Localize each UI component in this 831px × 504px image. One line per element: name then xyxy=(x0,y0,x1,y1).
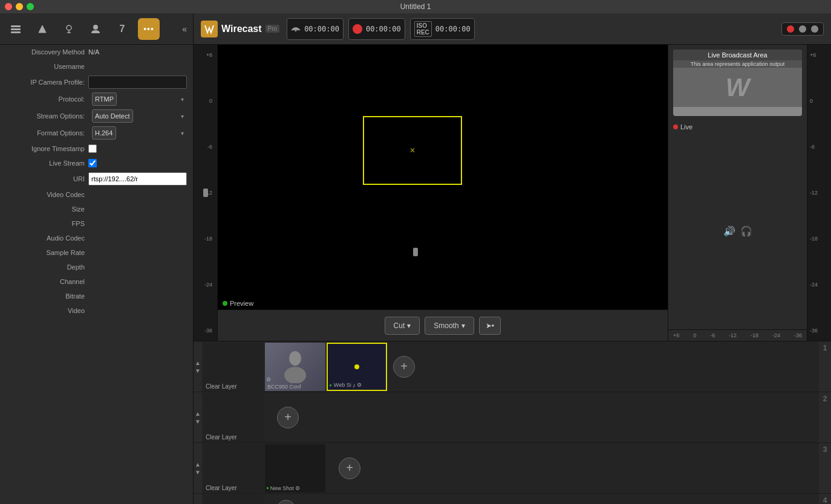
layer-4-arrows[interactable]: ▲ ▼ xyxy=(194,494,202,504)
layer-4-add-button[interactable]: + xyxy=(277,500,295,505)
video-row: Video xyxy=(0,303,193,318)
window-title: Untitled 1 xyxy=(400,2,431,11)
record-time: 00:00:00 xyxy=(366,25,401,33)
vu-meter-left: +6 0 -6 -12 -18 -24 -36 xyxy=(194,45,218,341)
fps-row: FPS xyxy=(0,216,193,231)
status-light-green[interactable] xyxy=(811,25,818,33)
vu-label-minus18: -18 xyxy=(194,236,215,242)
layer-1-web-thumb[interactable]: ● Web Si ♪ ⚙ xyxy=(327,343,387,391)
layer-2-add-button[interactable]: + xyxy=(277,407,299,428)
cut-dropdown-icon: ▾ xyxy=(407,321,411,330)
ip-camera-profile-input[interactable] xyxy=(88,76,187,89)
video-codec-label: Video Codec xyxy=(6,191,85,198)
uri-input[interactable] xyxy=(88,172,187,186)
wirecast-logo-icon xyxy=(201,21,218,37)
layer-1-down-arrow[interactable]: ▼ xyxy=(195,367,201,374)
more-tab[interactable]: ••• xyxy=(138,18,160,40)
layer-3-newshot-settings[interactable]: ⚙ xyxy=(295,485,300,491)
layer-3-up-arrow[interactable]: ▲ xyxy=(195,461,201,468)
uri-row: URI xyxy=(0,170,193,187)
layer-3-add-button[interactable]: + xyxy=(339,457,360,479)
layer-2-number: 2 xyxy=(819,392,831,442)
mixer-tab[interactable] xyxy=(31,18,53,40)
right-vu-scale: +6 0 -6 -12 -18 -24 -36 xyxy=(673,332,802,338)
layer-2-arrows[interactable]: ▲ ▼ xyxy=(194,392,202,442)
vu-meter-right: +6 0 -6 -12 -18 -24 -36 xyxy=(807,45,831,341)
cut-button[interactable]: Cut ▾ xyxy=(385,317,420,335)
layer-3-arrows[interactable]: ▲ ▼ xyxy=(194,443,202,493)
stream-options-row: Stream Options: Auto Detect xyxy=(0,108,193,124)
collapse-panel-button[interactable]: « xyxy=(181,23,188,35)
live-status-label: Live xyxy=(680,123,692,131)
layer-1-arrows[interactable]: ▲ ▼ xyxy=(194,341,202,392)
record-button[interactable] xyxy=(353,24,362,34)
layer-4-up-arrow[interactable]: ▲ xyxy=(195,502,201,505)
status-light-red[interactable] xyxy=(787,25,794,33)
layer-3-newshot-controls: ● New Shot ⚙ xyxy=(266,485,300,491)
layer-1-person-thumb[interactable]: ⚙ BCC950 Conf xyxy=(265,343,325,391)
depth-label: Depth xyxy=(6,263,85,271)
live-stream-checkbox[interactable] xyxy=(88,159,97,167)
format-options-select[interactable]: H.264 xyxy=(92,126,116,140)
layer-3-thumbs: Clear Layer ● New Shot ⚙ + xyxy=(202,443,819,493)
titles-tab[interactable]: 7 xyxy=(111,18,133,40)
protocol-select-wrapper: RTMP xyxy=(88,92,187,106)
audio-tab[interactable] xyxy=(58,18,80,40)
vu-right-minus36: -36 xyxy=(807,328,831,334)
bitrate-row: Bitrate xyxy=(0,289,193,303)
stream-options-select[interactable]: Auto Detect xyxy=(92,109,133,123)
vu-slider-right[interactable] xyxy=(413,248,418,256)
vu-right-plus6: +6 xyxy=(807,52,831,58)
live-audio-controls: 🔊 🎧 xyxy=(723,225,752,237)
layer-3-clear-thumb[interactable]: Clear Layer xyxy=(203,444,264,493)
minimize-button[interactable] xyxy=(16,3,23,10)
layer-1-number: 1 xyxy=(819,341,831,392)
speaker-icon[interactable]: 🔊 xyxy=(723,225,735,237)
layer-1-settings-icon[interactable]: ⚙ xyxy=(266,376,271,383)
preview-canvas: ✕ Preview xyxy=(218,45,668,309)
status-light-yellow[interactable] xyxy=(799,25,806,33)
live-broadcast-title: Live Broadcast Area xyxy=(673,50,802,60)
layer-2-clear-thumb[interactable]: Clear Layer xyxy=(203,393,264,442)
discovery-method-value: N/A xyxy=(88,48,99,56)
layer-2-up-arrow[interactable]: ▲ xyxy=(195,410,201,417)
layer-1-green-dot: ● xyxy=(329,383,332,388)
layer-3-newshot-thumb[interactable]: ● New Shot ⚙ xyxy=(265,444,325,493)
smooth-button[interactable]: Smooth ▾ xyxy=(425,317,474,335)
layer-1-add-button[interactable]: + xyxy=(393,356,415,378)
layer-1-up-arrow[interactable]: ▲ xyxy=(195,360,201,366)
layer-4-clear-thumb[interactable] xyxy=(203,495,264,505)
profiles-tab[interactable] xyxy=(85,18,106,40)
audio-codec-row: Audio Codec xyxy=(0,231,193,245)
layer-2-down-arrow[interactable]: ▼ xyxy=(195,418,201,425)
layer-1-clear-thumb[interactable]: Clear Layer xyxy=(203,343,264,391)
protocol-select[interactable]: RTMP xyxy=(92,92,117,106)
ignore-timestamp-checkbox[interactable] xyxy=(88,144,97,153)
layer-3-down-arrow[interactable]: ▼ xyxy=(195,469,201,476)
layer-3-number: 3 xyxy=(819,443,831,493)
transport-group-network: 00:00:00 xyxy=(287,18,344,40)
discovery-method-label: Discovery Method xyxy=(6,48,85,56)
preview-label-container: Preview xyxy=(223,300,253,307)
vu-right-0: 0 xyxy=(807,98,831,104)
preview-dot xyxy=(223,301,227,306)
close-button[interactable] xyxy=(5,3,12,10)
selection-box[interactable]: ✕ xyxy=(363,116,462,185)
layer-1-web-settings-icon[interactable]: ⚙ xyxy=(357,382,362,388)
layers-tab[interactable] xyxy=(5,18,27,40)
svg-point-10 xyxy=(289,351,301,366)
layer-1-audio-icon[interactable]: ♪ xyxy=(353,382,356,389)
svg-rect-1 xyxy=(11,28,21,30)
wirecast-watermark: W xyxy=(726,73,750,102)
layers-content: ▲ ▼ Clear Layer xyxy=(194,341,831,504)
headphone-icon[interactable]: 🎧 xyxy=(740,225,752,237)
preview-label: Preview xyxy=(230,300,253,307)
channel-row: Channel xyxy=(0,274,193,289)
network-time: 00:00:00 xyxy=(304,25,339,33)
smooth-label: Smooth xyxy=(434,321,458,330)
transition-arrow-button[interactable]: ➤ ● xyxy=(479,317,501,335)
maximize-button[interactable] xyxy=(27,3,34,10)
vu-labels-right: +6 0 -6 -12 -18 -24 -36 xyxy=(807,47,831,338)
svg-marker-3 xyxy=(39,25,46,33)
vu-slider-left[interactable] xyxy=(203,189,208,197)
